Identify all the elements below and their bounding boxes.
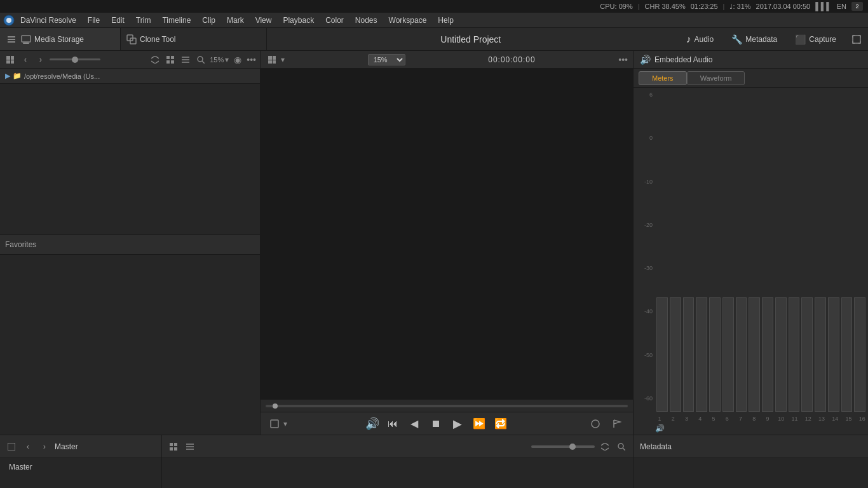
pool-layout-icon[interactable] xyxy=(167,440,180,453)
bins-layout-icon[interactable] xyxy=(5,440,18,453)
menu-nodes[interactable]: Nodes xyxy=(350,15,383,26)
bins-nav-back-icon[interactable]: ‹ xyxy=(22,440,34,453)
audio-button[interactable]: ♪ Audio xyxy=(680,32,721,47)
metadata-button[interactable]: 🔧 Metadata xyxy=(725,32,783,46)
menu-playback[interactable]: Playback xyxy=(278,15,319,26)
viewer-dropdown-icon[interactable]: ▾ xyxy=(281,55,285,64)
left-panel: ‹ › xyxy=(0,51,261,435)
menu-help[interactable]: Help xyxy=(433,15,459,26)
channel-num-9: 9 xyxy=(762,416,773,422)
audio-tabs: Meters Waveform xyxy=(634,69,868,88)
meter-bar-3 xyxy=(683,92,695,412)
svg-point-38 xyxy=(618,444,623,449)
bottom-section: ‹ › Master Master Smart Bins xyxy=(0,435,868,488)
master-bin-label: Master xyxy=(55,442,156,451)
menu-timeline[interactable]: Timeline xyxy=(157,15,196,26)
play-btn[interactable]: ▶ xyxy=(449,416,466,432)
pool-adjust-icon[interactable] xyxy=(599,440,611,453)
viewer-layout-icon[interactable] xyxy=(266,53,278,66)
pool-list-icon[interactable] xyxy=(184,440,196,453)
menu-color[interactable]: Color xyxy=(320,15,349,26)
window-button[interactable]: 2 xyxy=(851,2,863,11)
clone-tool-label[interactable]: Clone Tool xyxy=(140,35,175,44)
search-icon[interactable] xyxy=(194,53,207,66)
svg-rect-10 xyxy=(6,56,10,60)
audio-active-icon: 🔊 xyxy=(655,424,665,433)
nav-forward-icon[interactable]: › xyxy=(34,53,47,66)
capture-icon: ⬛ xyxy=(795,34,806,44)
svg-rect-31 xyxy=(170,443,173,446)
menu-file[interactable]: File xyxy=(83,15,105,26)
audio-meters: 6 0 -10 -20 -30 -40 -50 -60 xyxy=(634,88,868,414)
flag-btn[interactable] xyxy=(609,416,625,432)
pool-zoom-slider[interactable] xyxy=(531,445,595,448)
scrubber-thumb[interactable] xyxy=(273,403,278,409)
mark-btn[interactable] xyxy=(587,416,604,432)
scrubber-bar[interactable] xyxy=(266,405,628,407)
svg-line-22 xyxy=(202,61,205,64)
viewer-area xyxy=(261,69,633,399)
svg-rect-23 xyxy=(268,56,272,60)
transfer-icon[interactable] xyxy=(149,53,161,66)
fullscreen-icon[interactable] xyxy=(850,33,863,46)
meter-bar-10 xyxy=(775,92,787,412)
channel-num-5: 5 xyxy=(708,416,719,422)
viewer-more-icon[interactable]: ••• xyxy=(618,55,628,65)
media-storage-label[interactable]: Media Storage xyxy=(34,35,84,44)
channel-numbers: 12345678910111213141516 xyxy=(654,416,868,422)
speaker-icon: 🔊 xyxy=(640,55,651,65)
list-view-icon[interactable] xyxy=(179,53,192,66)
menu-mark[interactable]: Mark xyxy=(222,15,249,26)
ctrl-dropdown-icon[interactable]: ▾ xyxy=(283,419,287,428)
channel-num-2: 2 xyxy=(667,416,679,422)
panel-menu-icon[interactable] xyxy=(5,33,18,46)
zoom-slider[interactable] xyxy=(50,58,100,60)
viewer-scrubber[interactable] xyxy=(261,399,633,412)
grid-view-icon[interactable] xyxy=(164,53,177,66)
svg-rect-6 xyxy=(23,43,29,44)
next-frame-btn[interactable]: ⏩ xyxy=(471,416,487,432)
bins-nav-forward-icon[interactable]: › xyxy=(38,440,51,453)
media-pool-toolbar xyxy=(162,435,633,458)
tab-meters[interactable]: Meters xyxy=(639,71,687,85)
svg-point-28 xyxy=(592,420,599,428)
svg-rect-13 xyxy=(11,60,14,64)
time-stat: 01:23:25 xyxy=(691,3,718,10)
svg-rect-34 xyxy=(174,447,177,451)
menu-app-name: DaVinci Resolve xyxy=(20,16,76,25)
channel-num-6: 6 xyxy=(721,416,733,422)
loop-btn[interactable]: 🔁 xyxy=(492,416,509,432)
left-bottom-panel: ‹ › Master Master Smart Bins xyxy=(0,435,162,488)
channel-num-14: 14 xyxy=(829,416,841,422)
circle-icon[interactable]: ◉ xyxy=(231,53,244,66)
menu-clip[interactable]: Clip xyxy=(197,15,220,26)
metadata-toolbar: Metadata xyxy=(634,435,868,458)
volume-icon[interactable]: 🔊 xyxy=(365,417,379,431)
channel-num-11: 11 xyxy=(789,416,801,422)
menu-trim[interactable]: Trim xyxy=(131,15,156,26)
svg-point-1 xyxy=(6,18,11,23)
meter-bar-5 xyxy=(709,92,721,412)
stop-btn[interactable]: ⏹ xyxy=(428,416,444,432)
prev-frame-btn[interactable]: ◀ xyxy=(406,416,423,432)
capture-button[interactable]: ⬛ Capture xyxy=(789,32,843,46)
channel-num-8: 8 xyxy=(749,416,760,422)
pool-search-icon[interactable] xyxy=(615,440,628,453)
media-browser-content[interactable] xyxy=(0,84,260,234)
titlebar: CPU: 09% | CHR 38.45% 01:23:25 | ♩: 31% … xyxy=(0,0,868,13)
nav-back-icon[interactable]: ‹ xyxy=(19,53,32,66)
zoom-select[interactable]: 15% 25% 50% 100% xyxy=(368,54,405,65)
right-panel: 🔊 Embedded Audio Meters Waveform 6 0 -10… xyxy=(633,51,868,435)
menu-workspace[interactable]: Workspace xyxy=(384,15,432,26)
svg-rect-9 xyxy=(853,36,860,43)
bin-item-master[interactable]: Master xyxy=(5,461,156,473)
svg-rect-11 xyxy=(11,56,14,60)
more-options-icon[interactable]: ••• xyxy=(247,55,256,65)
menu-view[interactable]: View xyxy=(250,15,277,26)
tab-waveform[interactable]: Waveform xyxy=(687,71,745,85)
skip-to-start-btn[interactable]: ⏮ xyxy=(384,416,401,432)
layout-toggle-icon[interactable] xyxy=(4,53,17,66)
menu-edit[interactable]: Edit xyxy=(106,15,130,26)
viewer-layout2-icon[interactable] xyxy=(268,417,281,430)
meter-bar-11 xyxy=(789,92,800,412)
